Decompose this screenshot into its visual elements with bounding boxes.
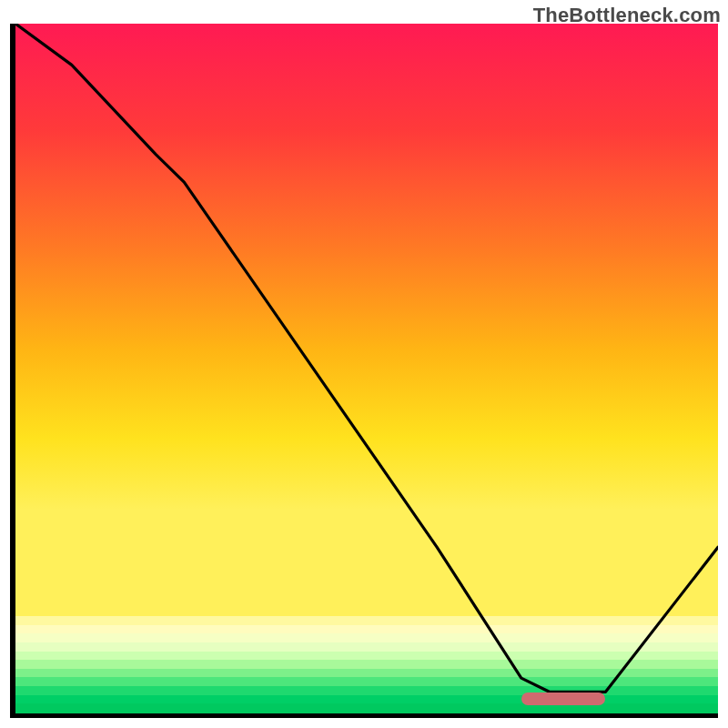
gradient-band [15, 703, 718, 713]
gradient-top [15, 24, 718, 616]
plot-area [15, 24, 718, 713]
chart-stage: TheBottleneck.com [0, 0, 728, 728]
plot-frame [10, 24, 718, 718]
heat-gradient [15, 24, 718, 713]
optimal-range-marker [521, 693, 606, 705]
